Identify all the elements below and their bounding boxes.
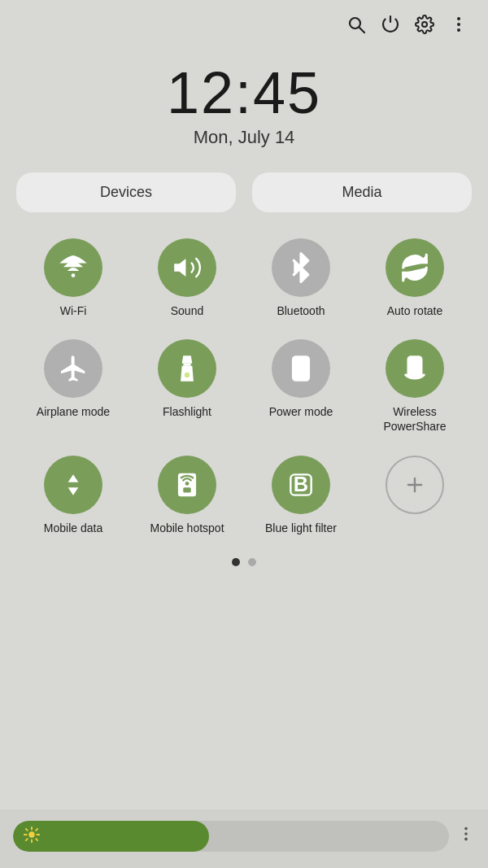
svg-point-5 bbox=[457, 28, 460, 32]
wifi-label: Wi-Fi bbox=[60, 303, 87, 318]
tile-mobilehotspot[interactable]: Mobile hotspot bbox=[130, 449, 244, 542]
settings-icon[interactable] bbox=[415, 15, 434, 39]
sound-label: Sound bbox=[171, 303, 203, 318]
svg-point-2 bbox=[422, 22, 427, 27]
svg-marker-7 bbox=[174, 259, 185, 277]
bluetooth-label: Bluetooth bbox=[277, 303, 325, 318]
wirelesspowershare-icon-circle bbox=[386, 339, 444, 398]
svg-line-26 bbox=[26, 828, 28, 830]
svg-line-28 bbox=[36, 828, 37, 830]
page-dots bbox=[0, 558, 488, 566]
search-icon[interactable] bbox=[346, 15, 366, 39]
brightness-bar-fill bbox=[13, 821, 209, 852]
bluetooth-icon-circle bbox=[272, 238, 330, 297]
brightness-bar-container bbox=[0, 809, 488, 868]
autorotate-icon-circle bbox=[386, 238, 444, 297]
tile-flashlight[interactable]: Flashlight bbox=[130, 333, 244, 440]
dot-0[interactable] bbox=[232, 558, 240, 566]
svg-point-31 bbox=[464, 832, 468, 835]
wifi-icon-circle bbox=[44, 238, 102, 297]
mobiledata-label: Mobile data bbox=[44, 521, 102, 535]
tile-airplane[interactable]: Airplane mode bbox=[16, 333, 130, 440]
media-button[interactable]: Media bbox=[252, 172, 472, 212]
tile-bluelightfilter[interactable]: B Blue light filter bbox=[244, 449, 358, 542]
tile-bluetooth[interactable]: Bluetooth bbox=[244, 232, 358, 325]
svg-rect-8 bbox=[183, 364, 191, 366]
tile-wifi[interactable]: Wi-Fi bbox=[16, 232, 130, 325]
devices-button[interactable]: Devices bbox=[16, 172, 236, 212]
tile-powermode[interactable]: Power mode bbox=[244, 333, 358, 440]
clock-section: 12:45 Mon, July 14 bbox=[0, 47, 488, 172]
device-media-row: Devices Media bbox=[16, 172, 472, 212]
flashlight-label: Flashlight bbox=[163, 404, 211, 419]
sound-icon-circle bbox=[158, 238, 216, 297]
mobiledata-icon-circle bbox=[44, 456, 102, 514]
tile-autorotate[interactable]: Auto rotate bbox=[358, 232, 472, 325]
top-bar bbox=[0, 0, 488, 47]
airplane-label: Airplane mode bbox=[37, 404, 110, 419]
add-icon-circle[interactable] bbox=[386, 456, 444, 514]
wirelesspowershare-label: Wireless PowerShare bbox=[361, 404, 468, 434]
svg-point-3 bbox=[457, 17, 460, 20]
svg-point-32 bbox=[464, 838, 468, 841]
tile-mobiledata[interactable]: Mobile data bbox=[16, 449, 130, 542]
svg-point-4 bbox=[457, 23, 460, 26]
tile-sound[interactable]: Sound bbox=[130, 232, 244, 325]
autorotate-label: Auto rotate bbox=[387, 303, 443, 318]
bluelightfilter-label: Blue light filter bbox=[265, 521, 337, 535]
svg-text:B: B bbox=[294, 472, 308, 495]
powermode-icon-circle bbox=[272, 339, 330, 398]
brightness-sun-icon bbox=[23, 826, 41, 848]
tiles-grid: Wi-Fi Sound Bluetooth bbox=[0, 232, 488, 542]
svg-point-21 bbox=[28, 831, 34, 837]
svg-point-6 bbox=[72, 273, 76, 277]
svg-line-29 bbox=[26, 839, 28, 840]
svg-line-27 bbox=[36, 839, 37, 840]
more-icon[interactable] bbox=[449, 15, 468, 39]
powermode-label: Power mode bbox=[269, 404, 333, 419]
tile-add[interactable] bbox=[358, 449, 472, 542]
clock-date: Mon, July 14 bbox=[0, 127, 488, 148]
dot-1[interactable] bbox=[248, 558, 256, 566]
svg-rect-16 bbox=[183, 487, 191, 492]
mobilehotspot-label: Mobile hotspot bbox=[150, 521, 224, 535]
svg-point-9 bbox=[185, 373, 190, 377]
svg-point-30 bbox=[464, 827, 468, 831]
bluelightfilter-icon-circle: B bbox=[272, 456, 330, 514]
airplane-icon-circle bbox=[44, 339, 102, 398]
mobilehotspot-icon-circle bbox=[158, 456, 216, 514]
brightness-more-icon[interactable] bbox=[457, 825, 475, 848]
flashlight-icon-circle bbox=[158, 339, 216, 398]
svg-line-1 bbox=[359, 28, 365, 33]
power-icon[interactable] bbox=[381, 15, 400, 39]
tile-wirelesspowershare[interactable]: Wireless PowerShare bbox=[358, 333, 472, 440]
clock-time: 12:45 bbox=[0, 63, 488, 122]
svg-point-15 bbox=[185, 482, 190, 486]
brightness-bar-track[interactable] bbox=[13, 821, 449, 852]
